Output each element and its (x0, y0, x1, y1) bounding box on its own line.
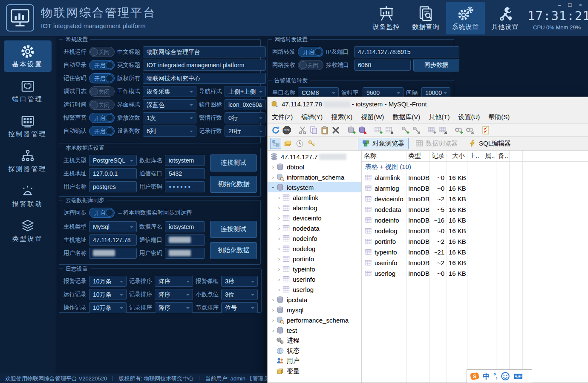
emoji-icon[interactable] (501, 372, 510, 381)
maximize-button[interactable]: □ (568, 3, 572, 8)
sidebar-item-controller[interactable]: 控制器管理 (4, 110, 52, 142)
chevron-right-icon[interactable]: › (270, 307, 276, 313)
refresh-button[interactable] (271, 125, 281, 135)
table-row[interactable]: nodeinfoInnoDB~1616 KB (362, 215, 588, 226)
tree-item[interactable]: ›portinfo (268, 254, 361, 264)
toggle-switch[interactable]: 开启 (298, 47, 323, 57)
ime-language-mode[interactable]: 中 (483, 372, 490, 381)
sidebar-item-gear[interactable]: 基本设置 (4, 40, 52, 72)
table-add-button[interactable] (373, 125, 383, 135)
sync-data-button[interactable]: 同步数据 (413, 59, 459, 71)
text-input[interactable]: postgres (89, 181, 137, 192)
tree-item[interactable]: 状态 (268, 346, 361, 356)
table-row[interactable]: alarmlinkInnoDB~016 KB (362, 172, 588, 183)
tab-data-browser[interactable]: 数据浏览器 (411, 138, 462, 149)
tree-item[interactable]: ›iotsystem (268, 182, 361, 192)
dropdown-select[interactable]: 28行 (225, 126, 266, 137)
dropdown-select[interactable]: 10万条 (89, 302, 127, 313)
menu-item[interactable]: 编辑(Y) (297, 113, 327, 121)
column-header[interactable]: 属.. (483, 152, 496, 160)
password-field[interactable]: ●●●●●● (165, 181, 205, 192)
tree-item[interactable]: ›nodedata (268, 223, 361, 233)
chevron-right-icon[interactable]: › (276, 194, 282, 201)
sidebar-item-layers[interactable]: 类型设置 (4, 215, 52, 246)
sidebar-item-alarm[interactable]: 报警联动 (4, 180, 52, 212)
dropdown-select[interactable]: 3秒 (221, 276, 258, 287)
table-row[interactable]: nodelogInnoDB~016 KB (362, 226, 588, 236)
dropdown-select[interactable]: PostgreSQL (89, 155, 137, 166)
connect-test-button[interactable]: 连接测试 (210, 221, 257, 238)
tree-item[interactable]: ›dbtool (268, 162, 361, 172)
init-data-button[interactable]: 初始化数据 (210, 176, 257, 193)
tree-item[interactable]: 用户 (268, 356, 361, 366)
index-add-button[interactable] (427, 125, 437, 135)
table-row[interactable]: alarmlogInnoDB~016 KB (362, 183, 588, 194)
init-data-button[interactable]: 初始化数据 (210, 242, 257, 259)
dropdown-select[interactable]: 降序 (155, 302, 193, 313)
tree-item[interactable]: 进程 (268, 335, 361, 346)
text-input[interactable]: 6060 (354, 60, 411, 71)
table-row[interactable]: userlogInnoDB~016 KB (362, 268, 588, 279)
dropdown-select[interactable]: 设备采集 (143, 86, 196, 97)
menu-item[interactable]: 视图(W) (357, 113, 388, 121)
tree-item[interactable]: ›alarmlink (268, 192, 361, 203)
paste-button[interactable] (320, 125, 330, 135)
nav-item-gears[interactable]: 系统设置 (446, 2, 485, 34)
column-header[interactable]: 大小 (447, 152, 467, 160)
tree-item[interactable]: ›deviceinfo (268, 213, 361, 223)
database-add-button[interactable] (346, 125, 357, 135)
menu-item[interactable]: 文件(Z) (268, 113, 297, 121)
history-button[interactable] (294, 138, 305, 149)
nav-item-data-query[interactable]: 数据查询 (406, 2, 445, 34)
column-header[interactable]: 名称 (362, 152, 406, 160)
dropdown-select[interactable]: 0行 (225, 112, 266, 123)
chevron-right-icon[interactable]: › (270, 164, 276, 170)
column-header[interactable]: 记录 (429, 152, 447, 160)
field-add-button[interactable] (400, 125, 410, 135)
dropdown-select[interactable]: 6列 (143, 126, 196, 137)
chevron-right-icon[interactable]: › (276, 246, 282, 252)
chevron-right-icon[interactable]: › (276, 266, 282, 272)
nav-item-monitor[interactable]: 设备监控 (367, 2, 406, 34)
ime-punctuation-mode[interactable]: °, (493, 372, 497, 380)
keyboard-icon[interactable] (513, 372, 523, 381)
tree-item[interactable]: ›userlog (268, 284, 361, 294)
menu-item[interactable]: 设置(U) (454, 113, 484, 121)
tree-item[interactable]: ›typeinfo (268, 264, 361, 274)
text-input[interactable]: 47.114.127.78 (89, 234, 137, 246)
text-input[interactable] (89, 248, 137, 259)
chevron-right-icon[interactable]: › (276, 286, 282, 293)
chevron-right-icon[interactable]: › (270, 297, 276, 303)
tree-item[interactable]: ›alarmlog (268, 203, 361, 213)
field-delete-button[interactable] (411, 125, 421, 135)
toggle-switch[interactable]: 关闭 (298, 60, 323, 70)
menu-item[interactable]: 搜索(X) (327, 113, 357, 121)
sogou-logo-icon[interactable]: S (470, 372, 479, 381)
chevron-right-icon[interactable]: › (270, 327, 276, 334)
toggle-switch[interactable]: 开启 (89, 60, 115, 70)
toggle-switch[interactable]: 关闭 (89, 47, 115, 57)
toggle-switch[interactable]: 关闭 (89, 100, 115, 110)
dropdown-select[interactable]: 10万条 (89, 289, 127, 300)
column-header[interactable]: 上.. (467, 152, 483, 160)
chevron-right-icon[interactable]: › (270, 317, 276, 323)
database-delete-button[interactable] (357, 125, 368, 135)
menu-item[interactable]: 其他(T) (424, 113, 454, 121)
chevron-right-icon[interactable]: › (276, 225, 282, 232)
stop-button[interactable]: STOP (282, 125, 292, 135)
tree-item[interactable]: ›ipcdata (268, 294, 361, 305)
tab-object-browser[interactable]: 对象浏览器 (358, 138, 409, 149)
dropdown-select[interactable]: 位号 (221, 302, 258, 313)
toggle-switch[interactable]: 关闭 (89, 86, 115, 97)
mysql-titlebar[interactable]: 47.114.127.78- iotsystem - MySQL-Front (268, 97, 588, 111)
sidebar-item-port[interactable]: 端口管理 (4, 75, 52, 107)
column-header[interactable]: 类型 (406, 152, 429, 160)
dropdown-select[interactable]: 上侧+上侧 (225, 86, 266, 97)
dropdown-select[interactable]: MySql (89, 221, 137, 232)
text-input[interactable]: iotsystem (165, 155, 205, 166)
tree-item[interactable]: ›test (268, 325, 361, 335)
chevron-right-icon[interactable]: › (276, 276, 282, 283)
chevron-right-icon[interactable]: › (276, 205, 282, 211)
chevron-right-icon[interactable]: › (276, 235, 282, 242)
table-row[interactable]: typeinfoInnoDB~2116 KB (362, 247, 588, 257)
